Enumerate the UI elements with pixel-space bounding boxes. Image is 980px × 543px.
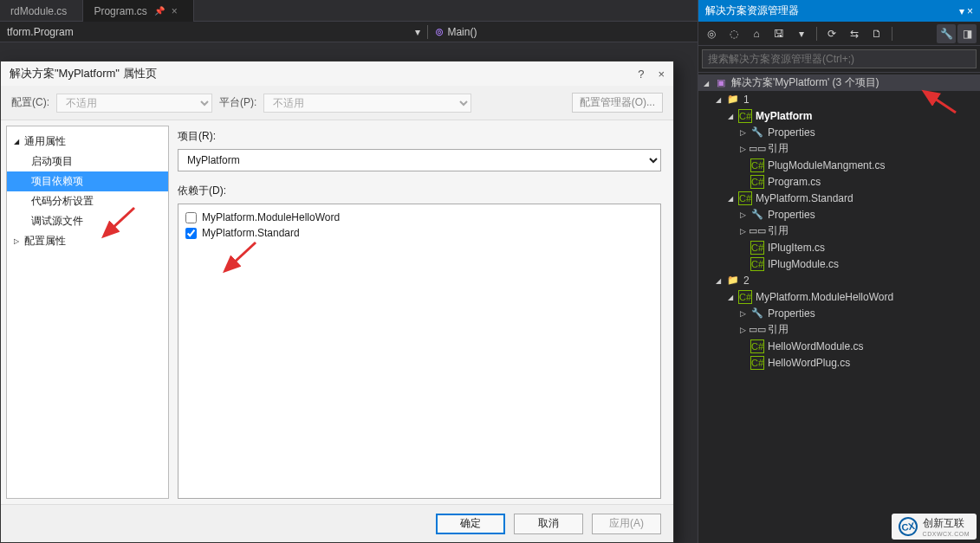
tree-startup-project[interactable]: 启动项目 — [7, 152, 168, 171]
reference-icon: ▭▭ — [750, 142, 764, 156]
depends-label: 依赖于(D): — [178, 184, 661, 198]
dialog-content: 项目(R): MyPlatform 依赖于(D): MyPlatform.Mod… — [174, 120, 673, 504]
tree-file[interactable]: C#IPlugModule.cs — [698, 255, 980, 272]
tree-project-dependencies[interactable]: 项目依赖项 — [7, 171, 168, 191]
properties-icon[interactable]: 🔧 — [937, 24, 956, 43]
dependencies-list: MyPlatform.ModuleHelloWord MyPlatform.St… — [178, 204, 661, 499]
watermark-icon: CX — [897, 515, 918, 537]
platform-label: 平台(P): — [219, 95, 256, 110]
tree-properties[interactable]: 🔧Properties — [698, 206, 980, 223]
tree-references[interactable]: ▭▭引用 — [698, 321, 980, 338]
ok-button[interactable]: 确定 — [436, 514, 505, 534]
cs-icon: C# — [750, 356, 764, 370]
tree-config-properties[interactable]: ▷配置属性 — [7, 231, 168, 251]
tree-code-analysis[interactable]: 代码分析设置 — [7, 191, 168, 211]
wrench-icon: 🔧 — [750, 208, 764, 222]
solution-node[interactable]: ▣解决方案'MyPlatform' (3 个项目) — [698, 74, 980, 91]
save-icon[interactable]: 🖫 — [769, 24, 789, 43]
folder-2[interactable]: 📁2 — [698, 272, 980, 288]
project-helloword[interactable]: C#MyPlatform.ModuleHelloWord — [698, 288, 980, 305]
tree-debug-source[interactable]: 调试源文件 — [7, 211, 168, 231]
wrench-icon: 🔧 — [750, 307, 764, 320]
collapse-icon[interactable]: ⇆ — [845, 24, 864, 43]
reference-icon: ▭▭ — [750, 224, 764, 238]
cs-icon: C# — [750, 339, 764, 353]
platform-select[interactable]: 不适用 — [263, 94, 471, 113]
config-select[interactable]: 不适用 — [56, 94, 212, 113]
reference-icon: ▭▭ — [750, 323, 764, 337]
back-icon[interactable]: ◎ — [702, 24, 721, 43]
tree-file[interactable]: C#HelloWordPlug.cs — [698, 354, 980, 371]
folder-icon: 📁 — [726, 274, 740, 288]
tree-references[interactable]: ▭▭引用 — [698, 223, 980, 239]
dropdown-icon[interactable]: ▾ — [792, 24, 811, 43]
dialog-titlebar: 解决方案"MyPlatform" 属性页 ? × — [1, 61, 673, 86]
tree-file[interactable]: C#Program.cs — [698, 173, 980, 190]
apply-button[interactable]: 应用(A) — [592, 514, 661, 534]
tree-file[interactable]: C#PlugModuleMangment.cs — [698, 157, 980, 173]
help-icon[interactable]: ? — [638, 68, 644, 81]
tree-properties[interactable]: 🔧Properties — [698, 124, 980, 140]
cs-icon: C# — [750, 158, 764, 172]
preview-icon[interactable]: ◨ — [957, 24, 977, 43]
config-bar: 配置(C): 不适用 平台(P): 不适用 配置管理器(O)... — [1, 86, 673, 120]
panel-search — [698, 46, 980, 73]
home-icon[interactable]: ⌂ — [747, 24, 766, 43]
forward-icon[interactable]: ◌ — [724, 24, 743, 43]
dep-checkbox[interactable] — [185, 228, 197, 239]
panel-toolbar: ◎ ◌ ⌂ 🖫 ▾ ⟳ ⇆ 🗋 🔧 ◨ — [698, 22, 980, 46]
project-myplatform[interactable]: C#MyPlatform — [698, 107, 980, 124]
tab-rdmodule[interactable]: rdModule.cs — [0, 0, 83, 22]
solution-icon: ▣ — [714, 76, 728, 90]
dep-item-helloword[interactable]: MyPlatform.ModuleHelloWord — [184, 210, 655, 225]
dialog-tree: ◢通用属性 启动项目 项目依赖项 代码分析设置 调试源文件 ▷配置属性 — [6, 126, 169, 499]
dep-checkbox[interactable] — [185, 212, 197, 223]
tree-file[interactable]: C#IPlugItem.cs — [698, 239, 980, 255]
breadcrumb-left[interactable]: tform.Program▾ — [7, 26, 420, 38]
tree-properties[interactable]: 🔧Properties — [698, 305, 980, 321]
folder-1[interactable]: 📁1 — [698, 91, 980, 107]
config-manager-button[interactable]: 配置管理器(O)... — [572, 93, 663, 113]
project-label: 项目(R): — [178, 129, 661, 144]
dialog-title: 解决方案"MyPlatform" 属性页 — [10, 66, 157, 81]
close-icon[interactable]: × — [172, 5, 178, 17]
pin-icon[interactable]: 📌 — [154, 6, 165, 16]
cancel-button[interactable]: 取消 — [514, 514, 583, 534]
cs-icon: C# — [750, 257, 764, 271]
watermark: CX 创新互联 CDXWCX.COM — [892, 514, 977, 540]
solution-tree: ▣解决方案'MyPlatform' (3 个项目) 📁1 C#MyPlatfor… — [698, 73, 980, 543]
dep-item-standard[interactable]: MyPlatform.Standard — [184, 225, 655, 241]
csproj-icon: C# — [738, 290, 752, 304]
cs-icon: C# — [750, 175, 764, 189]
csproj-icon: C# — [738, 109, 752, 123]
project-standard[interactable]: C#MyPlatform.Standard — [698, 190, 980, 206]
project-select[interactable]: MyPlatform — [178, 149, 661, 171]
close-icon[interactable]: × — [658, 68, 665, 81]
folder-icon: 📁 — [726, 93, 740, 107]
show-all-icon[interactable]: 🗋 — [867, 24, 886, 43]
tab-program[interactable]: Program.cs 📌 × — [83, 0, 193, 22]
tree-references[interactable]: ▭▭引用 — [698, 140, 980, 157]
wrench-icon: 🔧 — [750, 126, 764, 139]
tree-file[interactable]: C#HelloWordModule.cs — [698, 338, 980, 354]
dialog-buttons: 确定 取消 应用(A) — [1, 504, 673, 542]
panel-title: 解决方案资源管理器 ▾ × — [698, 0, 980, 22]
csproj-icon: C# — [738, 191, 752, 205]
panel-pin-icon[interactable]: ▾ × — [959, 5, 973, 17]
tree-common-properties[interactable]: ◢通用属性 — [7, 132, 168, 152]
cs-icon: C# — [750, 241, 764, 255]
solution-explorer: 解决方案资源管理器 ▾ × ◎ ◌ ⌂ 🖫 ▾ ⟳ ⇆ 🗋 🔧 ◨ ▣解决方案'… — [698, 0, 980, 543]
property-pages-dialog: 解决方案"MyPlatform" 属性页 ? × 配置(C): 不适用 平台(P… — [0, 61, 674, 543]
config-label: 配置(C): — [11, 95, 49, 110]
refresh-icon[interactable]: ⟳ — [822, 24, 841, 43]
search-input[interactable] — [702, 49, 977, 68]
